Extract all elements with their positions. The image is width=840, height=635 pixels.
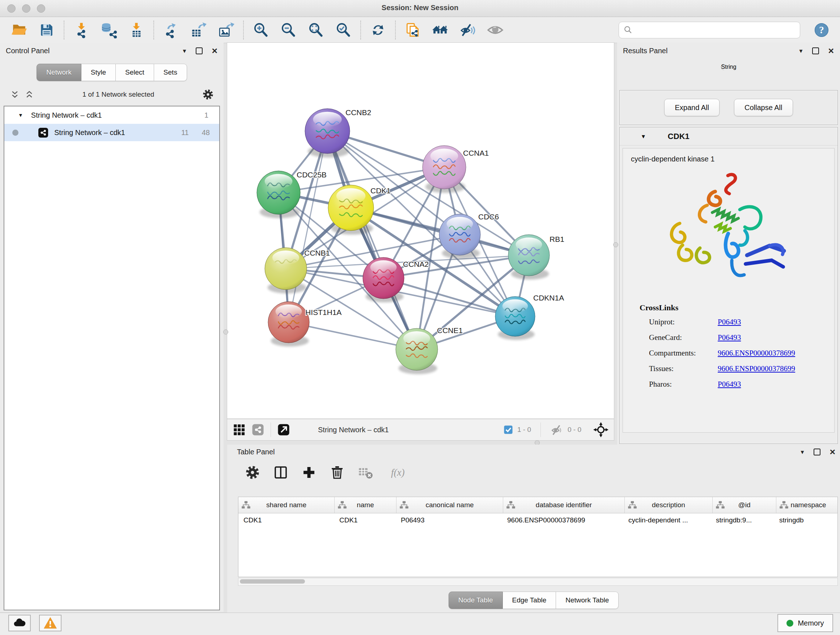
network-node-CDK1[interactable] (328, 185, 374, 234)
zoom-out-button[interactable] (279, 21, 297, 39)
network-node-CDKN1A[interactable] (495, 296, 535, 340)
network-node-HIST1H1A[interactable] (268, 302, 309, 347)
table-cell[interactable]: stringdb:9... (711, 516, 774, 524)
show-columns-icon[interactable] (273, 464, 289, 480)
tab-network[interactable]: Network (36, 64, 81, 81)
fit-selected-crosshair-icon[interactable] (593, 422, 609, 438)
network-node-CCNB1[interactable] (265, 248, 307, 293)
tab-select[interactable]: Select (116, 64, 154, 81)
network-node-CDC6[interactable] (439, 214, 480, 259)
search-input[interactable] (636, 23, 796, 37)
table-cell[interactable]: 9606.ENSP00000378699 (502, 516, 623, 524)
node-table[interactable]: shared namenamecanonical namedatabase id… (238, 497, 838, 577)
first-neighbors-button[interactable] (431, 21, 449, 39)
tab-sets[interactable]: Sets (154, 64, 187, 81)
birdseye-grid-icon[interactable] (232, 423, 246, 437)
control-panel-float-icon[interactable] (196, 48, 202, 54)
column-header-database-identifier[interactable]: database identifier (503, 497, 625, 513)
column-header-name[interactable]: name (335, 497, 396, 513)
add-column-icon[interactable] (301, 464, 317, 480)
tab-node-table[interactable]: Node Table (448, 592, 503, 609)
crosslink-link-3[interactable]: 9606.ENSP00000378699 (718, 364, 795, 373)
results-panel-float-icon[interactable] (812, 48, 819, 54)
toolbar-separator (243, 21, 244, 40)
zoom-selected-button[interactable] (334, 21, 352, 39)
detach-view-icon[interactable] (277, 423, 291, 437)
table-horizontal-scrollbar[interactable] (238, 578, 838, 586)
collection-label: String Network – cdk1 (31, 111, 102, 119)
zoom-fit-button[interactable] (307, 21, 325, 39)
network-row-selected[interactable]: String Network – cdk1 11 48 (4, 124, 219, 141)
table-cell[interactable]: P06493 (396, 516, 502, 524)
collection-expander-icon[interactable]: ▼ (18, 112, 23, 118)
scrollbar-thumb[interactable] (240, 579, 305, 584)
collapse-all-networks-icon[interactable] (9, 89, 20, 100)
network-options-gear-icon[interactable] (202, 88, 214, 101)
apply-layout-button[interactable] (369, 21, 387, 39)
hide-selected-button[interactable] (459, 21, 477, 39)
expand-all-networks-icon[interactable] (24, 89, 35, 100)
help-button[interactable]: ? (813, 22, 830, 38)
network-collection-row[interactable]: ▼ String Network – cdk1 1 (4, 106, 219, 124)
table-panel-close-icon[interactable]: ✕ (829, 448, 836, 456)
warnings-button[interactable] (39, 615, 62, 631)
crosslink-link-1[interactable]: P06493 (718, 333, 741, 342)
node-label-CDC6: CDC6 (478, 212, 499, 221)
export-image-button[interactable] (217, 21, 235, 39)
export-network-button[interactable] (162, 21, 180, 39)
column-header--id[interactable]: @id (713, 497, 776, 513)
export-table-button[interactable] (189, 21, 208, 39)
network-node-CDC25B[interactable] (257, 171, 300, 218)
import-table-file-button[interactable] (127, 21, 145, 39)
table-row[interactable]: CDK1CDK1P064939606.ENSP00000378699cyclin… (238, 513, 837, 527)
selected-nodes-checkbox[interactable] (503, 424, 514, 435)
network-node-CCNA1[interactable] (423, 146, 466, 193)
table-cell[interactable]: stringdb (774, 516, 838, 524)
search-field[interactable] (619, 22, 800, 38)
tab-network-table[interactable]: Network Table (556, 592, 619, 609)
network-node-RB1[interactable] (508, 234, 549, 279)
control-panel-menu-icon[interactable]: ▼ (182, 48, 187, 54)
results-panel-menu-icon[interactable]: ▼ (798, 48, 804, 54)
import-network-database-button[interactable] (100, 21, 118, 39)
new-network-from-selection-button[interactable] (404, 21, 422, 39)
network-node-CCNB2[interactable] (305, 109, 350, 157)
column-label: description (652, 501, 685, 509)
delete-column-icon[interactable] (329, 464, 345, 480)
show-all-button[interactable] (486, 21, 504, 39)
table-panel-float-icon[interactable] (813, 448, 821, 455)
cloud-status-button[interactable] (8, 615, 31, 631)
column-header-description[interactable]: description (625, 497, 713, 513)
crosslink-link-2[interactable]: 9606.ENSP00000378699 (718, 348, 795, 358)
left-splitter-handle[interactable] (223, 329, 228, 334)
network-node-CCNA2[interactable] (363, 257, 404, 302)
tab-edge-table[interactable]: Edge Table (503, 592, 556, 609)
network-node-CCNE1[interactable] (396, 328, 438, 374)
crosslink-link-4[interactable]: P06493 (718, 380, 741, 389)
result-node-header[interactable]: ▼ CDK1 (620, 127, 837, 146)
table-cell[interactable]: CDK1 (334, 516, 396, 524)
save-session-button[interactable] (38, 21, 56, 39)
right-splitter-handle[interactable] (613, 242, 618, 247)
import-network-file-button[interactable] (73, 21, 90, 39)
tab-style[interactable]: Style (81, 64, 116, 81)
open-session-button[interactable] (10, 21, 28, 39)
expand-all-button[interactable]: Expand All (664, 99, 720, 116)
network-canvas[interactable]: CCNB2CCNA1CDC25BCDK1CDC6RB1CCNB1CCNA2HIS… (227, 43, 614, 419)
table-panel-menu-icon[interactable]: ▼ (800, 449, 805, 455)
column-header-canonical-name[interactable]: canonical name (396, 497, 503, 513)
collapse-all-button[interactable]: Collapse All (734, 99, 793, 116)
table-cell[interactable]: cyclin-dependent ... (623, 516, 711, 524)
table-cell[interactable]: CDK1 (238, 516, 334, 524)
tab-string-results[interactable]: String (721, 64, 737, 70)
results-panel-close-icon[interactable]: ✕ (828, 47, 834, 55)
memory-button[interactable]: Memory (777, 614, 833, 632)
control-panel-close-icon[interactable]: ✕ (211, 47, 218, 55)
table-options-gear-icon[interactable] (245, 464, 261, 480)
result-node-expander-icon[interactable]: ▼ (641, 133, 646, 139)
column-header-shared-name[interactable]: shared name (238, 497, 335, 513)
zoom-in-button[interactable] (252, 21, 270, 39)
column-header-namespace[interactable]: namespace (776, 497, 838, 513)
crosslink-link-0[interactable]: P06493 (718, 318, 741, 326)
network-view-share-icon[interactable] (251, 423, 265, 437)
